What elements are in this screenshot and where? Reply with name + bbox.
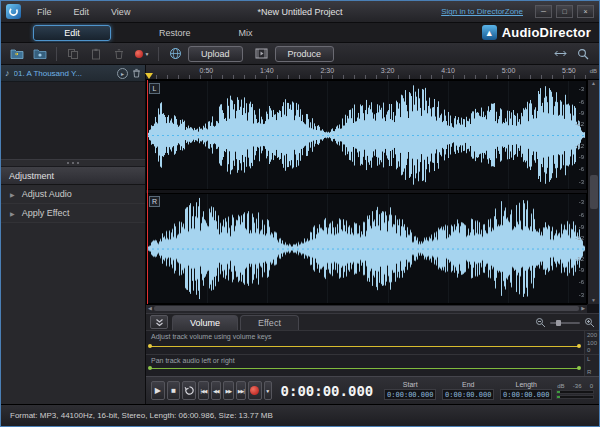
loop-button[interactable] [182,381,196,400]
tab-mix[interactable]: Mix [239,26,253,40]
length-label: Length [516,381,537,388]
rewind-button[interactable]: ◀◀ [211,381,221,400]
collapse-panel-button[interactable] [150,315,168,329]
adjust-audio-item[interactable]: ▶ Adjust Audio [1,185,145,204]
stop-button[interactable]: ■ [167,381,181,400]
tab-volume[interactable]: Volume [172,315,238,330]
track-list-item[interactable]: ♪ 01. A Thousand Y... ▸ [1,65,145,82]
panel-splitter[interactable] [1,159,145,167]
menu-file[interactable]: File [27,4,62,20]
waveform-canvas-right[interactable] [147,194,586,302]
delete-button[interactable] [109,45,129,63]
pan-scale: L R [584,355,599,376]
pan-keyframe-line[interactable] [149,368,580,369]
record-button[interactable] [248,381,262,400]
media-library: ♪ 01. A Thousand Y... ▸ [1,65,145,159]
menu-view[interactable]: View [101,4,140,20]
scroll-up-icon[interactable]: ▲ [591,81,596,86]
horizontal-scrollbar[interactable]: ◀ ▶ [146,304,587,313]
end-label: End [462,381,474,388]
waveform-canvas-left[interactable] [147,81,586,189]
brand: ▲ AudioDirector [482,25,591,40]
keyframe-zoom-controls [535,317,595,330]
apply-effect-label: Apply Effect [22,208,70,218]
channel-right[interactable]: R -3 -6 -9 -12 -12 -9 -6 -3 [146,193,587,303]
start-value[interactable]: 0:00:00.000 [384,389,436,400]
seek-start-button[interactable]: |◀◀ [198,381,208,400]
file-info-text: Format: MP3, 44100Hz, 16-bit, Stereo, Le… [10,411,273,420]
db-unit-label: dB [590,68,597,74]
window-title: *New Untitled Project [257,7,342,17]
menu-edit[interactable]: Edit [64,4,100,20]
scroll-left-icon[interactable]: ◀ [148,306,152,311]
pan-keyframe-start[interactable] [148,366,152,370]
tab-edit[interactable]: Edit [33,25,111,41]
time-tick: 1:40 [260,67,274,74]
copy-button[interactable] [63,45,83,63]
length-field: Length 0:00:00.000 [500,381,552,400]
maximize-button[interactable]: □ [556,5,573,18]
volume-keyframe-end[interactable] [577,344,581,348]
length-value[interactable]: 0:00:00.000 [500,389,552,400]
time-tick: 2:30 [320,67,334,74]
expand-arrow-icon: ▶ [10,191,15,198]
track-name: 01. A Thousand Y... [14,69,114,78]
meter-bar-left [556,390,594,394]
minimize-button[interactable]: ─ [535,5,552,18]
forward-button[interactable]: ▶▶ [223,381,233,400]
end-value[interactable]: 0:00:00.000 [442,389,494,400]
horizontal-scroll-thumb[interactable] [154,306,579,311]
pan-scale-label: R [587,369,597,375]
fit-timeline-button[interactable] [550,45,570,63]
titlebar: File Edit View *New Untitled Project Sig… [1,1,599,23]
dropdown-arrow-icon: ▼ [145,51,150,57]
scroll-right-icon[interactable]: ▶ [581,306,585,311]
transport-bar: ▶ ■ |◀◀ ◀◀ ▶▶ ▶▶| ▼ 0:00:00.000 Start 0:… [146,376,599,404]
mode-tabrow: Edit Restore Mix ▲ AudioDirector [1,23,599,43]
produce-button[interactable]: Produce [275,46,335,62]
tab-effect[interactable]: Effect [240,315,299,330]
db-label: -3 [579,292,584,298]
import-media-button[interactable] [30,45,50,63]
vertical-scrollbar[interactable]: ▲ ▼ [587,80,599,304]
zoom-slider[interactable] [550,322,580,324]
vertical-scroll-thumb[interactable] [590,175,598,209]
timeline-ruler[interactable]: 0:50 1:40 2:30 3:20 4:10 5:00 5:50 dB [146,65,599,80]
paste-button[interactable] [86,45,106,63]
meter-tick-label: -36 [573,383,582,389]
upload-button[interactable]: Upload [188,46,243,62]
volume-keyframe-track[interactable]: Adjust track volume using volume keys 20… [146,330,599,354]
pan-keyframe-track[interactable]: Pan track audio left or right L R [146,354,599,376]
db-label: -6 [579,212,584,218]
record-dropdown-button[interactable]: ▼ [264,381,272,400]
start-field: Start 0:00:00.000 [384,381,436,400]
zoom-out-icon[interactable] [535,317,546,328]
seek-end-button[interactable]: ▶▶| [236,381,246,400]
meter-labels: dB -36 0 [556,383,594,389]
pan-keyframe-end[interactable] [577,366,581,370]
meter-unit-label: dB [557,383,564,389]
play-button[interactable]: ▶ [151,381,165,400]
open-media-button[interactable] [7,45,27,63]
level-meter: dB -36 0 [556,383,594,399]
channel-left[interactable]: L -3 -6 -9 -12 -12 -9 -6 -3 [146,80,587,190]
volume-keyframe-line[interactable] [149,346,580,347]
time-display: 0:00:00.000 [274,383,381,399]
volume-hint: Adjust track volume using volume keys [151,333,272,340]
close-button[interactable]: × [577,5,594,18]
zoom-slider-knob[interactable] [556,320,561,326]
tab-restore[interactable]: Restore [159,26,191,40]
apply-effect-item[interactable]: ▶ Apply Effect [1,204,145,223]
volume-keyframe-start[interactable] [148,344,152,348]
scroll-down-icon[interactable]: ▼ [591,298,596,303]
time-tick: 5:00 [502,67,516,74]
marker-dropdown-button[interactable]: ▼ [132,45,152,63]
signin-directorzone-link[interactable]: Sign in to DirectorZone [441,7,523,16]
track-status-icon[interactable]: ▸ [117,68,128,79]
delete-track-icon[interactable] [132,68,141,78]
playhead-marker[interactable] [145,73,153,79]
zoom-in-icon[interactable] [584,317,595,328]
db-label: -6 [579,166,584,172]
zoom-tool-button[interactable] [573,45,593,63]
produce-icon [252,45,272,63]
